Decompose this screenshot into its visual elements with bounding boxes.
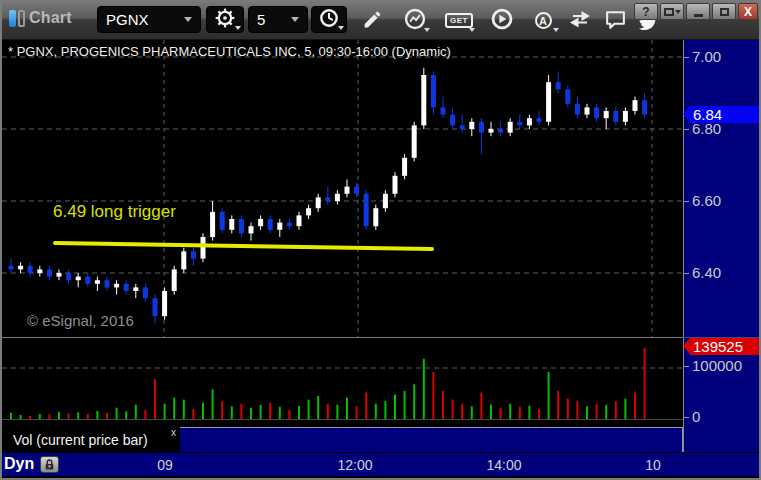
window-title-group: Chart — [9, 9, 72, 27]
chevron-down-icon — [553, 28, 559, 32]
study-tab-row: Vol (current price bar) x — [2, 427, 683, 452]
minimize-icon — [694, 14, 703, 17]
draw-pencil-button[interactable] — [356, 7, 388, 34]
volume-chart-panel[interactable] — [2, 338, 683, 427]
letter-a-icon: A — [535, 12, 552, 29]
esignal-chart-window: Chart PGNX 5 — [0, 0, 761, 480]
symbol-settings-button[interactable] — [206, 6, 244, 33]
volume-study-tab[interactable]: Vol (current price bar) x — [3, 428, 180, 452]
axis-tick — [684, 366, 689, 367]
minimize-button[interactable] — [686, 3, 710, 20]
price-axis[interactable]: 7.006.806.606.4010000006.84139525 — [683, 40, 759, 452]
swap-arrows-button[interactable] — [564, 7, 596, 34]
play-replay-button[interactable] — [486, 7, 518, 34]
swap-arrows-icon — [569, 8, 591, 33]
esignal-watermark: © eSignal, 2016 — [27, 312, 134, 329]
maximize-icon — [720, 8, 729, 16]
symbol-value: PGNX — [106, 11, 178, 28]
help-button[interactable]: ? — [634, 3, 658, 20]
trigger-annotation: 6.49 long trigger — [53, 202, 176, 222]
maximize-button[interactable] — [712, 3, 736, 20]
lock-icon[interactable] — [40, 456, 59, 473]
symbol-input[interactable]: PGNX — [97, 6, 201, 33]
axis-label: 7.00 — [692, 48, 721, 66]
gear-icon — [214, 7, 236, 32]
speech-bubble-icon — [604, 8, 627, 34]
current-volume-tag: 139525 — [690, 338, 760, 355]
axis-tick — [684, 129, 689, 130]
panel-divider[interactable] — [2, 337, 683, 338]
interval-value: 5 — [257, 11, 285, 28]
axis-tick — [684, 201, 689, 202]
panel-divider-axis — [683, 337, 759, 338]
chevron-down-icon — [338, 26, 344, 30]
dyn-mode-button[interactable]: Dyn — [4, 455, 34, 473]
price-chart-panel[interactable]: * PGNX, PROGENICS PHARMACEUTICALS INC, 5… — [2, 40, 683, 337]
toolbar: Chart PGNX 5 — [0, 0, 761, 40]
time-axis-label: 10 — [645, 457, 661, 473]
axis-label: 100000 — [692, 357, 742, 375]
window-edge — [0, 0, 2, 480]
chevron-down-icon — [184, 17, 192, 22]
pencil-icon — [362, 9, 383, 33]
axis-tick — [684, 273, 689, 274]
chart-title: * PGNX, PROGENICS PHARMACEUTICALS INC, 5… — [8, 44, 451, 59]
axis-tick — [684, 57, 689, 58]
comment-button[interactable] — [599, 7, 631, 34]
collapsed-panel-strip — [180, 427, 683, 452]
panel-menu-button[interactable] — [660, 3, 684, 20]
close-button[interactable]: X — [738, 3, 758, 20]
chart-window-icon — [9, 10, 25, 27]
time-template-button[interactable] — [311, 6, 347, 33]
axis-tick — [684, 417, 689, 418]
window-controls: ? X — [634, 3, 758, 20]
chevron-down-icon — [469, 28, 475, 32]
play-icon — [490, 7, 514, 34]
time-axis-label: 12:00 — [337, 457, 372, 473]
time-axis-label: 09 — [157, 457, 173, 473]
axis-label: 6.40 — [692, 264, 721, 282]
trendline-tool-button[interactable] — [398, 7, 432, 34]
close-icon[interactable]: x — [171, 428, 176, 438]
clock-icon — [318, 7, 340, 32]
get-icon: GET — [445, 13, 473, 28]
panel-dropdown-icon — [664, 8, 681, 16]
get-data-button[interactable]: GET — [441, 7, 477, 34]
time-axis-bar[interactable]: Dyn 0912:0014:0010 — [0, 452, 761, 476]
axis-label: 6.60 — [692, 192, 721, 210]
volume-study-tab-label: Vol (current price bar) — [13, 432, 148, 448]
chevron-down-icon — [235, 26, 241, 30]
time-axis-label: 14:00 — [486, 457, 521, 473]
axis-label: 0 — [692, 408, 700, 426]
window-title: Chart — [29, 9, 72, 27]
last-price-tag: 6.84 — [690, 106, 760, 123]
interval-input[interactable]: 5 — [248, 6, 308, 33]
chevron-down-icon — [291, 17, 299, 22]
auto-analysis-button[interactable]: A — [525, 7, 561, 34]
chevron-down-icon — [424, 28, 430, 32]
